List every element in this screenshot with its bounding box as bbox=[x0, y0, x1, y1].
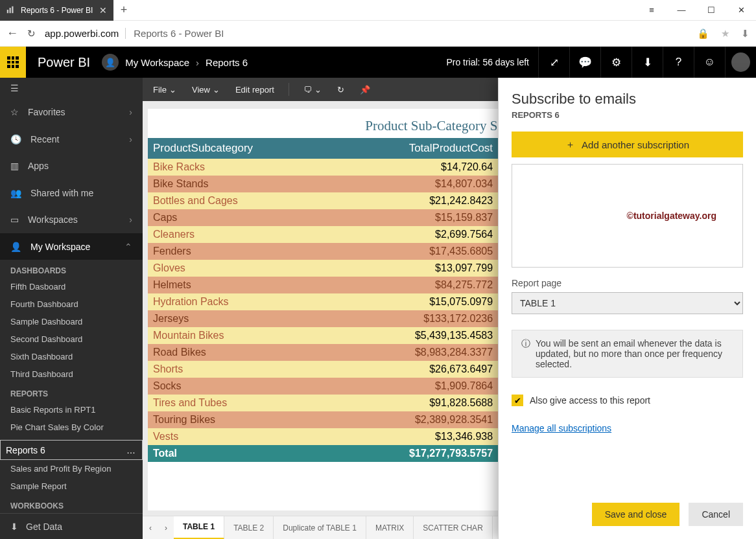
info-icon: ⓘ bbox=[521, 338, 530, 369]
report-item[interactable]: Sample Report bbox=[0, 477, 143, 495]
nav-workspaces[interactable]: ▭Workspaces› bbox=[0, 206, 143, 233]
section-reports: REPORTS bbox=[0, 383, 143, 401]
dashboard-item[interactable]: Third Dashboard bbox=[0, 365, 143, 383]
file-menu[interactable]: File ⌄ bbox=[148, 82, 182, 97]
watermark: ©tutorialgateway.org bbox=[627, 211, 716, 221]
table-cell: Total bbox=[148, 445, 337, 462]
browser-tab[interactable]: Reports 6 - Power BI ✕ bbox=[0, 0, 113, 21]
new-tab-button[interactable]: + bbox=[113, 3, 134, 17]
nav-my-workspace[interactable]: 👤My Workspace⌃ bbox=[0, 233, 143, 260]
page-tab[interactable]: Duplicate of TABLE 1 bbox=[274, 516, 366, 540]
page-tab[interactable]: SCATTER CHAR bbox=[414, 516, 492, 540]
table-cell: Tires and Tubes bbox=[148, 395, 337, 411]
breadcrumb-report[interactable]: Reports 6 bbox=[206, 57, 248, 68]
user-icon: 👤 bbox=[10, 242, 21, 252]
apps-icon: ▥ bbox=[10, 161, 19, 171]
help-icon[interactable]: ? bbox=[663, 47, 694, 78]
chevron-right-icon: › bbox=[129, 107, 132, 117]
dashboard-item[interactable]: Sample Dashboard bbox=[0, 313, 143, 330]
pin-icon[interactable]: 📌 bbox=[355, 82, 375, 97]
refresh-icon[interactable]: ↻ bbox=[332, 82, 349, 97]
table-cell: $5,439,135.4583 bbox=[337, 327, 498, 344]
favorite-icon[interactable]: ★ bbox=[721, 28, 729, 40]
table-cell: Helmets bbox=[148, 277, 337, 293]
table-cell: $133,172.0236 bbox=[337, 310, 498, 327]
prev-page-button[interactable]: ‹ bbox=[143, 523, 158, 533]
col-header[interactable]: TotalProductCost bbox=[337, 138, 498, 159]
save-button[interactable]: Save and close bbox=[592, 503, 680, 526]
comment-icon[interactable]: 💬 bbox=[569, 47, 600, 78]
nav-recent[interactable]: 🕓Recent› bbox=[0, 126, 143, 152]
download-icon[interactable]: ⬇ bbox=[741, 28, 750, 40]
report-item[interactable]: Basic Reports in RPT1 bbox=[0, 401, 143, 419]
avatar-icon[interactable]: 👤 bbox=[102, 54, 119, 71]
access-checkbox-row[interactable]: ✔ Also give access to this report bbox=[512, 395, 743, 406]
breadcrumb-workspace[interactable]: My Workspace bbox=[125, 57, 189, 68]
star-icon: ☆ bbox=[10, 107, 19, 117]
download-icon[interactable]: ⬇ bbox=[632, 47, 663, 78]
hamburger-icon: ☰ bbox=[10, 83, 19, 93]
table-cell: Caps bbox=[148, 209, 337, 226]
table-cell: Cleaners bbox=[148, 226, 337, 243]
chevron-up-icon: ⌃ bbox=[124, 242, 132, 252]
url-field[interactable]: app.powerbi.com Reports 6 - Power BI bbox=[45, 28, 688, 39]
workspace-icon: ▭ bbox=[10, 214, 19, 225]
url-title: Reports 6 - Power BI bbox=[125, 28, 224, 39]
account-button[interactable] bbox=[725, 47, 756, 78]
get-data-button[interactable]: ⬇Get Data bbox=[0, 513, 143, 539]
panel-subheading: REPORTS 6 bbox=[512, 110, 743, 120]
dashboard-item[interactable]: Fifth Dasboard bbox=[0, 278, 143, 295]
trial-status: Pro trial: 56 days left bbox=[446, 57, 538, 67]
report-item-selected[interactable]: Reports 6… bbox=[0, 440, 143, 460]
checkbox-checked-icon[interactable]: ✔ bbox=[512, 395, 523, 406]
nav-apps[interactable]: ▥Apps bbox=[0, 152, 143, 179]
table-cell: Jerseys bbox=[148, 310, 337, 327]
table-cell: Mountain Bikes bbox=[148, 327, 337, 344]
close-tab-icon[interactable]: ✕ bbox=[99, 5, 107, 16]
explore-icon[interactable]: 🗨 ⌄ bbox=[298, 82, 327, 97]
fullscreen-icon[interactable]: ⤢ bbox=[538, 47, 569, 78]
nav-favorites[interactable]: ☆Favorites› bbox=[0, 98, 143, 125]
report-page-select[interactable]: TABLE 1 bbox=[512, 292, 743, 314]
table-cell: Vests bbox=[148, 428, 337, 445]
page-tab[interactable]: TABLE 2 bbox=[224, 516, 274, 540]
feedback-icon[interactable]: ☺ bbox=[694, 47, 725, 78]
hamburger-toggle[interactable]: ☰ bbox=[0, 78, 143, 98]
section-dashboards: DASHBOARDS bbox=[0, 260, 143, 278]
report-item[interactable]: Sales and Profit By Region bbox=[0, 460, 143, 477]
app-launcher[interactable] bbox=[0, 47, 26, 78]
view-menu[interactable]: View ⌄ bbox=[187, 82, 225, 97]
close-window-button[interactable]: ✕ bbox=[726, 0, 756, 21]
settings-icon[interactable]: ⚙ bbox=[600, 47, 632, 78]
back-button[interactable]: ← bbox=[6, 27, 18, 40]
maximize-button[interactable]: ☐ bbox=[696, 0, 726, 21]
report-item[interactable]: Pie Chart Sales By Color bbox=[0, 419, 143, 436]
table-cell: Bike Stands bbox=[148, 176, 337, 192]
refresh-button[interactable]: ↻ bbox=[27, 28, 36, 40]
breadcrumb: 👤 My Workspace › Reports 6 bbox=[102, 54, 248, 71]
manage-subscriptions-link[interactable]: Manage all subscriptions bbox=[512, 423, 743, 433]
table-cell: $13,346.938 bbox=[337, 428, 498, 445]
page-tab[interactable]: TABLE 1 bbox=[174, 516, 224, 540]
menu-icon[interactable]: ≡ bbox=[637, 0, 667, 21]
brand-name: Power BI bbox=[26, 55, 102, 70]
dashboard-item[interactable]: Fourth Dashboard bbox=[0, 295, 143, 313]
cancel-button[interactable]: Cancel bbox=[689, 503, 743, 526]
dashboard-item[interactable]: Second Dashboard bbox=[0, 330, 143, 348]
powerbi-icon bbox=[6, 6, 16, 15]
clock-icon: 🕓 bbox=[10, 134, 21, 144]
table-cell: $13,097.799 bbox=[337, 260, 498, 277]
col-header[interactable]: ProductSubcategory bbox=[148, 138, 337, 159]
dashboard-item[interactable]: Sixth Dashboard bbox=[0, 348, 143, 365]
table-cell: $8,983,284.3377 bbox=[337, 344, 498, 361]
page-tab[interactable]: MATRIX bbox=[366, 516, 414, 540]
nav-shared[interactable]: 👥Shared with me bbox=[0, 179, 143, 206]
preview-box: ©tutorialgateway.org bbox=[512, 164, 743, 268]
more-icon[interactable]: … bbox=[126, 445, 137, 455]
next-page-button[interactable]: › bbox=[158, 523, 174, 533]
edit-report-button[interactable]: Edit report bbox=[230, 82, 279, 97]
minimize-button[interactable]: — bbox=[667, 0, 696, 21]
add-subscription-button[interactable]: ＋ Add another subscription bbox=[512, 132, 743, 157]
table-cell: Gloves bbox=[148, 260, 337, 277]
chevron-down-icon: ⌄ bbox=[213, 85, 220, 95]
